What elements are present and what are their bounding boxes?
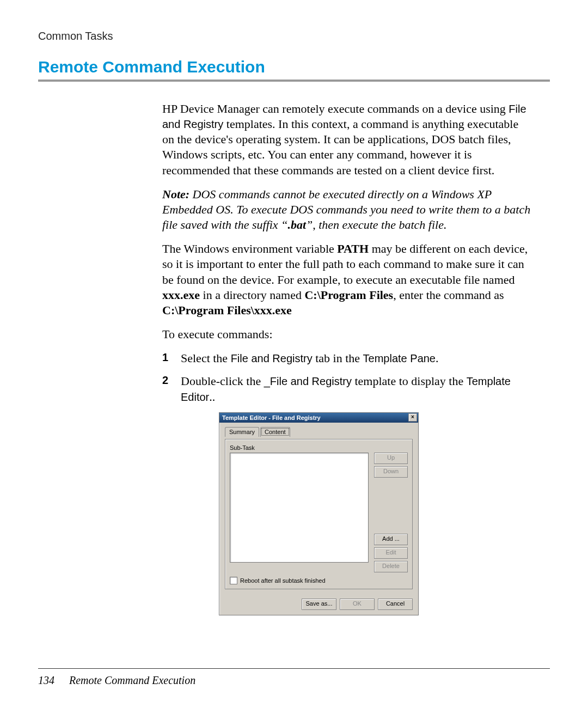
- tab-name: File and Registry: [231, 352, 313, 364]
- text: , enter the command as: [393, 288, 504, 302]
- tab-content[interactable]: Content: [260, 427, 290, 437]
- note-label: Note:: [162, 187, 189, 201]
- path-paragraph: The Windows environment variable PATH ma…: [162, 241, 532, 318]
- dialog-footer: Save as... OK Cancel: [219, 595, 418, 615]
- add-button[interactable]: Add ...: [374, 534, 408, 545]
- up-button[interactable]: Up: [374, 453, 408, 464]
- tab-bar: Summary Content: [225, 427, 413, 437]
- close-icon[interactable]: ×: [408, 413, 417, 422]
- text: Select the: [181, 351, 231, 365]
- dialog-title: Template Editor - File and Registry: [222, 414, 408, 422]
- bat-suffix: .bat: [287, 218, 306, 231]
- dir-name: C:\Program Files: [304, 288, 393, 302]
- template-file: _File and Registry: [264, 375, 352, 387]
- note-paragraph: Note: DOS commands cannot be executed di…: [162, 187, 532, 233]
- step-2: Double-click the _File and Registry temp…: [162, 374, 532, 404]
- steps-list: Select the File and Registry tab in the …: [162, 351, 532, 404]
- step-1: Select the File and Registry tab in the …: [162, 351, 532, 366]
- footer-title: Remote Command Execution: [69, 674, 195, 686]
- text: tab in the: [313, 351, 363, 365]
- reboot-checkbox[interactable]: [230, 577, 237, 584]
- ok-button[interactable]: OK: [340, 599, 375, 610]
- reboot-row: Reboot after all subtask finished: [230, 577, 408, 584]
- down-button[interactable]: Down: [374, 466, 408, 478]
- tab-summary[interactable]: Summary: [225, 427, 259, 437]
- text: template to display the: [352, 374, 467, 388]
- text: HP Device Manager can remotely execute c…: [162, 102, 509, 115]
- body-column: HP Device Manager can remotely execute c…: [162, 101, 532, 615]
- title-rule: [38, 80, 550, 82]
- reboot-label: Reboot after all subtask finished: [240, 577, 326, 584]
- subtask-listbox[interactable]: [230, 453, 369, 563]
- exe-name: xxx.exe: [162, 288, 200, 302]
- text: Double-click the: [181, 374, 264, 388]
- pane-name: Template Pane: [363, 352, 436, 364]
- tab-pane: Sub-Task Up Down Add ... Edit Delete Reb…: [225, 439, 413, 589]
- edit-button[interactable]: Edit: [374, 547, 408, 559]
- note-body-end: ”, then execute the batch file.: [306, 218, 446, 231]
- side-buttons: Up Down Add ... Edit Delete: [374, 453, 408, 572]
- footer-rule: [38, 668, 550, 669]
- dialog-body: Summary Content Sub-Task Up Down Add ...…: [219, 423, 418, 595]
- page-number: 134: [38, 674, 66, 687]
- exec-intro: To execute commands:: [162, 327, 532, 342]
- breadcrumb: Common Tasks: [38, 30, 550, 42]
- text: .: [436, 351, 439, 365]
- delete-button[interactable]: Delete: [374, 561, 408, 572]
- text: in a directory named: [200, 288, 304, 302]
- intro-paragraph: HP Device Manager can remotely execute c…: [162, 101, 532, 178]
- text: The Windows environment variable: [162, 242, 337, 255]
- path-var: PATH: [337, 242, 369, 255]
- subtask-label: Sub-Task: [230, 444, 408, 451]
- text: ..: [209, 390, 215, 404]
- page-footer: 134 Remote Command Execution: [38, 668, 550, 687]
- template-editor-dialog: Template Editor - File and Registry × Su…: [219, 412, 419, 615]
- page-title: Remote Command Execution: [38, 58, 550, 76]
- save-as-button[interactable]: Save as...: [302, 599, 336, 610]
- dialog-titlebar[interactable]: Template Editor - File and Registry ×: [219, 413, 418, 423]
- cancel-button[interactable]: Cancel: [378, 599, 413, 610]
- full-path: C:\Program Files\xxx.exe: [162, 303, 292, 317]
